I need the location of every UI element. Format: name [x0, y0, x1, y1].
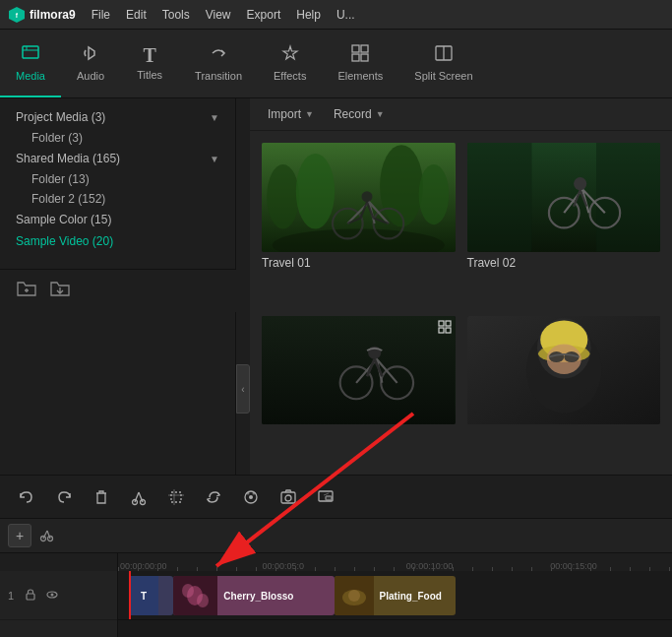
media-item-travel04[interactable] [467, 316, 661, 464]
tab-elements[interactable]: Elements [322, 30, 398, 97]
add-folder-icon[interactable] [16, 278, 37, 304]
media-thumb-travel02 [467, 143, 661, 252]
tab-splitscreen-label: Split Screen [414, 70, 472, 82]
svg-rect-5 [352, 54, 359, 61]
import-folder-icon[interactable] [49, 278, 71, 304]
lock-icon[interactable] [24, 588, 37, 604]
tab-audio[interactable]: Audio [61, 30, 120, 97]
clip-cherry-blossom[interactable]: Cherry_Blosso [173, 576, 334, 615]
tab-transition[interactable]: Transition [179, 30, 258, 97]
playhead [129, 571, 131, 619]
delete-button[interactable] [87, 482, 116, 512]
undo-button[interactable] [12, 482, 41, 512]
video-track: T [118, 571, 672, 620]
sidebar-item-sample-video[interactable]: Sample Video (20) [0, 230, 235, 252]
record-button[interactable]: Record ▼ [328, 104, 391, 124]
audio-icon [81, 43, 100, 66]
track-number: 1 [8, 590, 14, 602]
menu-help[interactable]: Help [296, 8, 321, 22]
snapshot-button[interactable] [274, 482, 303, 512]
record-chevron-icon: ▼ [376, 109, 385, 119]
track-label-1: 1 [0, 571, 117, 620]
svg-point-10 [296, 154, 335, 229]
clip-cherry-label: Cherry_Blosso [217, 589, 299, 604]
media-grid: Travel 01 [250, 131, 672, 475]
sidebar-item-folder13[interactable]: Folder (13) [0, 169, 235, 189]
sidebar-item-project-media[interactable]: Project Media (3) ▼ [0, 106, 235, 128]
arrow-icon: ▼ [210, 112, 219, 123]
svg-rect-6 [361, 54, 368, 61]
svg-rect-41 [171, 492, 181, 502]
svg-point-45 [253, 491, 256, 494]
timeline-scissors-icon[interactable] [39, 527, 55, 545]
media-label-travel02: Travel 02 [467, 256, 661, 270]
pip-button[interactable] [311, 482, 340, 512]
splitscreen-icon [434, 43, 454, 66]
app-window: f filmora9 File Edit Tools View Export H… [0, 0, 672, 637]
svg-rect-29 [439, 328, 444, 333]
redo-button[interactable] [49, 482, 79, 512]
svg-rect-52 [27, 594, 34, 600]
clip-plating-food[interactable]: Plating_Food [335, 576, 457, 615]
media-item-travel03[interactable] [262, 316, 456, 464]
sidebar-collapse-btn[interactable]: ‹ [236, 364, 250, 414]
color-button[interactable] [236, 482, 266, 512]
rotate-button[interactable] [199, 482, 228, 512]
media-thumb-travel01 [262, 143, 456, 252]
svg-point-22 [574, 177, 586, 190]
svg-rect-18 [467, 143, 531, 252]
tab-audio-label: Audio [77, 70, 104, 82]
svg-point-44 [247, 491, 250, 494]
timeline: + 1 [0, 519, 672, 637]
tab-media[interactable]: Media [0, 30, 61, 97]
menu-view[interactable]: View [206, 8, 231, 22]
chevron-left-icon: ‹ [241, 384, 244, 395]
import-button[interactable]: Import ▼ [262, 104, 320, 124]
menu-export[interactable]: Export [247, 8, 281, 22]
crop-button[interactable] [161, 482, 191, 512]
tab-effects[interactable]: Effects [258, 30, 322, 97]
tab-transition-label: Transition [195, 70, 242, 82]
media-item-travel02[interactable]: Travel 02 [467, 143, 661, 304]
svg-point-16 [362, 191, 373, 202]
sidebar-item-folder2-152[interactable]: Folder 2 (152) [0, 189, 235, 209]
add-track-button[interactable]: + [8, 524, 31, 547]
grid-icon [438, 320, 452, 337]
record-label: Record [334, 107, 372, 121]
svg-rect-2 [23, 46, 38, 58]
arrow-icon2: ▼ [210, 154, 219, 164]
effects-icon [280, 43, 300, 66]
menu-tools[interactable]: Tools [162, 8, 190, 22]
app-logo: f filmora9 [8, 6, 76, 24]
media-thumb-travel04 [467, 316, 661, 425]
timeline-tracks: 00:00:00:00 00:00:05:0 00:00:10:00 00:00… [118, 553, 672, 637]
media-panel: Import ▼ Record ▼ [250, 98, 672, 475]
cut-button[interactable] [124, 482, 153, 512]
tab-splitscreen[interactable]: Split Screen [398, 30, 488, 97]
svg-rect-3 [352, 45, 359, 52]
tab-effects-label: Effects [274, 70, 306, 82]
media-thumb-travel03 [262, 316, 456, 425]
menu-user[interactable]: U... [336, 8, 355, 22]
menu-file[interactable]: File [92, 8, 110, 22]
media-item-travel01[interactable]: Travel 01 [262, 143, 456, 304]
menu-edit[interactable]: Edit [126, 8, 147, 22]
sidebar-item-folder3[interactable]: Folder (3) [0, 128, 235, 148]
content-area: Project Media (3) ▼ Folder (3) Shared Me… [0, 98, 672, 475]
tab-titles[interactable]: T Titles [120, 30, 179, 97]
svg-point-43 [249, 495, 253, 499]
svg-point-54 [51, 593, 54, 596]
tab-elements-label: Elements [337, 70, 383, 82]
sidebar: Project Media (3) ▼ Folder (3) Shared Me… [0, 98, 236, 475]
titles-icon: T [143, 45, 155, 65]
timeline-body: 1 [0, 553, 672, 637]
media-icon [21, 43, 40, 66]
transition-icon [209, 43, 228, 66]
import-label: Import [268, 107, 301, 121]
eye-icon[interactable] [45, 588, 59, 604]
svg-rect-4 [361, 45, 368, 52]
sidebar-item-shared-media[interactable]: Shared Media (165) ▼ [0, 148, 235, 169]
svg-rect-30 [446, 328, 451, 333]
sidebar-item-sample-color[interactable]: Sample Color (15) [0, 209, 235, 230]
clip-start[interactable]: T [129, 576, 173, 615]
